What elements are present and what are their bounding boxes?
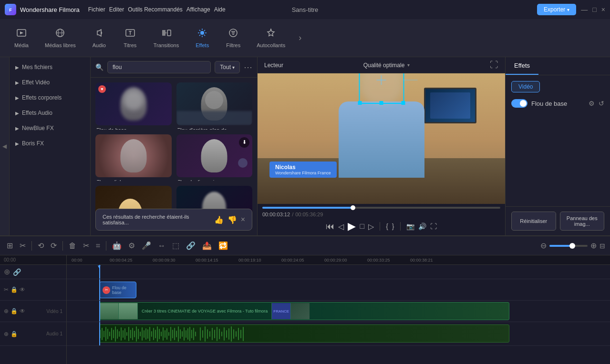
timecode-start: 00:00 xyxy=(4,257,16,263)
video-section-tab[interactable]: Vidéo xyxy=(511,81,540,92)
speed-button[interactable]: ⚙ xyxy=(126,239,137,252)
zoom-plus-button[interactable]: ⊕ xyxy=(590,241,597,250)
settings-icon[interactable]: ⚙ xyxy=(589,100,595,107)
add-audio-icon[interactable]: ⊕ xyxy=(4,331,9,337)
audio-clip[interactable] xyxy=(99,324,509,343)
crop-button[interactable]: ⌗ xyxy=(94,240,102,252)
mark-in-button[interactable]: { xyxy=(386,222,388,230)
reset-button[interactable]: Réinitialiser xyxy=(511,212,556,231)
thumbup-button[interactable]: 👍 xyxy=(214,215,224,224)
category-effets-audio[interactable]: ▶ Effets Audio xyxy=(10,105,90,121)
eye-track-icon[interactable]: 👁 xyxy=(20,286,25,293)
effects-tl-button[interactable]: 🔗 xyxy=(184,239,197,252)
toolbar-media[interactable]: Média xyxy=(7,25,36,51)
split-audio-button[interactable]: ↔ xyxy=(156,240,167,252)
export-button[interactable]: Exporter ▾ xyxy=(537,4,576,15)
stop-button[interactable]: □ xyxy=(360,222,364,231)
keyframe-panel-button[interactable]: Panneau des imag... xyxy=(560,212,605,231)
current-time: 00:00:03:12 xyxy=(262,212,290,217)
export-tl-button[interactable]: 📤 xyxy=(200,239,214,252)
markers-button[interactable]: ⬚ xyxy=(170,239,181,252)
playhead[interactable]: ▼ xyxy=(99,265,100,279)
effect-clip[interactable]: ✂ Flou de base xyxy=(99,282,136,298)
category-effet-video[interactable]: ▶ Effet Vidéo xyxy=(10,75,90,90)
ai-clip-button[interactable]: 🤖 xyxy=(110,239,124,252)
reset-setting-icon[interactable]: ↺ xyxy=(599,100,604,107)
zoom-thumb[interactable] xyxy=(569,243,575,249)
progress-bar[interactable] xyxy=(262,207,500,209)
loop-button[interactable]: 🔁 xyxy=(217,239,230,252)
feedback-close-button[interactable]: × xyxy=(241,215,245,224)
category-caret-icon: ▶ xyxy=(15,95,19,101)
add-video-track-icon[interactable]: ⊕ xyxy=(4,267,10,276)
toolbar-effets[interactable]: Effets xyxy=(188,25,217,51)
cut-button[interactable]: ✂ xyxy=(81,239,91,252)
toolbar-filtres[interactable]: Filtres xyxy=(219,25,248,51)
thumbdown-button[interactable]: 👎 xyxy=(227,215,237,224)
toolbar-transitions[interactable]: Transitions xyxy=(147,25,186,51)
mark-out-button[interactable]: } xyxy=(392,222,394,230)
redo-button[interactable]: ⟳ xyxy=(49,239,59,252)
auto-ripple-button[interactable]: ✂ xyxy=(18,239,28,252)
video-clip[interactable]: Créer 3 titres CINEMATIE de VOYAGE avec … xyxy=(99,302,509,320)
favorite-icon[interactable]: ♥ xyxy=(98,85,106,93)
rewind-button[interactable]: ⏮ xyxy=(326,222,334,232)
effect-flou-dispersion[interactable]: ⬇ Flou de dispersion xyxy=(176,134,253,182)
magnetic-snap-icon[interactable]: 🔗 xyxy=(13,268,21,276)
download-icon[interactable]: ⬇ xyxy=(239,137,249,148)
toolbar-more-icon[interactable]: › xyxy=(296,30,304,45)
snapshot-button[interactable]: 📷 xyxy=(406,222,414,230)
fullscreen-icon[interactable]: ⛶ xyxy=(490,60,498,70)
search-more-icon[interactable]: ⋯ xyxy=(244,62,252,72)
undo-button[interactable]: ⟲ xyxy=(36,239,46,252)
flou-base-toggle[interactable] xyxy=(511,99,527,108)
category-newblue-fx[interactable]: ▶ NewBlue FX xyxy=(10,121,90,136)
category-boris-fx[interactable]: ▶ Boris FX xyxy=(10,136,90,151)
toolbar-autocollants[interactable]: Autocollants xyxy=(250,25,292,51)
control-separator xyxy=(380,222,380,231)
zoom-minus-button[interactable]: ⊖ xyxy=(540,241,547,250)
toolbar-medias-libres[interactable]: Médias libres xyxy=(38,25,83,51)
progress-thumb[interactable] xyxy=(351,205,355,210)
lock-video-icon[interactable]: 🔒 xyxy=(10,308,18,314)
volume-button[interactable]: 🔊 xyxy=(418,222,426,230)
toolbar-titres[interactable]: T Titres xyxy=(116,25,145,51)
category-effets-corporels[interactable]: ▶ Effets corporels xyxy=(10,90,90,105)
delete-button[interactable]: 🗑 xyxy=(67,240,78,252)
filter-dropdown[interactable]: Tout ▾ xyxy=(215,61,240,73)
zoom-slider[interactable] xyxy=(549,245,588,247)
toolbar-audio[interactable]: Audio xyxy=(85,25,114,51)
menu-affichage[interactable]: Affichage xyxy=(186,6,210,13)
effect-flou-arriere[interactable]: Flou d'arrière-plan de ... xyxy=(176,82,253,130)
menu-aide[interactable]: Aide xyxy=(214,6,226,13)
transitions-icon xyxy=(161,28,172,40)
play-button[interactable]: ▶ xyxy=(348,220,356,233)
lock-track-icon[interactable]: 🔒 xyxy=(10,286,18,293)
category-mes-fichiers[interactable]: ▶ Mes fichiers xyxy=(10,60,90,75)
tab-effets[interactable]: Effets xyxy=(506,57,538,75)
eye-video-icon[interactable]: 👁 xyxy=(20,308,25,314)
lecteur-label: Lecteur xyxy=(264,62,283,69)
prev-frame-button[interactable]: ◁ xyxy=(338,222,344,231)
filter-caret-icon: ▾ xyxy=(232,65,235,70)
add-track-button[interactable]: ⊞ xyxy=(5,239,15,252)
add-video-icon[interactable]: ⊕ xyxy=(4,308,9,314)
effect-flou-radial[interactable]: Flou radial xyxy=(95,134,172,182)
close-button[interactable]: × xyxy=(601,6,605,13)
minimize-button[interactable]: — xyxy=(581,6,588,13)
menu-editer[interactable]: Editer xyxy=(109,6,124,13)
progress-track[interactable] xyxy=(262,207,500,209)
menu-fichier[interactable]: Fichier xyxy=(88,6,105,13)
effect-flou-base[interactable]: ♥ Flou de base xyxy=(95,82,172,130)
audio-detect-button[interactable]: 🎤 xyxy=(140,239,153,252)
collapse-sidebar-button[interactable]: ◀ xyxy=(0,57,10,235)
next-frame-button[interactable]: ▷ xyxy=(368,222,374,231)
menu-outils[interactable]: Outils Recommandés xyxy=(128,6,183,13)
toolbar-titres-label: Titres xyxy=(124,42,136,48)
quality-selector[interactable]: Qualité optimale ▾ xyxy=(363,62,410,69)
fullscreen-button[interactable]: ⛶ xyxy=(430,222,437,230)
lock-audio-icon[interactable]: 🔒 xyxy=(10,331,18,337)
search-input[interactable] xyxy=(107,61,211,73)
maximize-button[interactable]: □ xyxy=(592,6,596,13)
layout-button[interactable]: ⊟ xyxy=(600,242,605,250)
